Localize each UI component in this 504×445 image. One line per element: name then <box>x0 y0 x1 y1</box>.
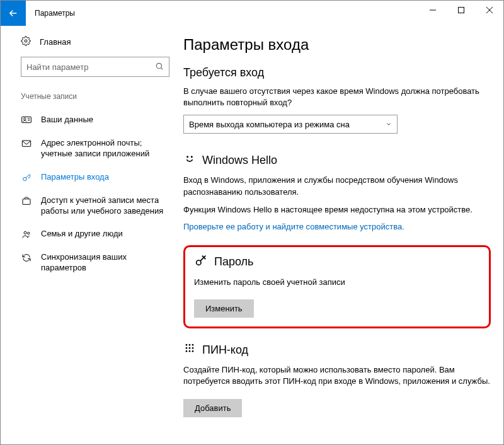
minimize-icon <box>430 7 436 13</box>
search-box[interactable] <box>21 57 169 77</box>
password-title: Пароль <box>214 255 253 269</box>
close-button[interactable] <box>475 1 503 20</box>
sidebar-item-signin-options[interactable]: Параметры входа <box>21 166 169 189</box>
arrow-left-icon <box>8 8 19 19</box>
titlebar: Параметры <box>1 1 503 26</box>
svg-point-12 <box>23 177 26 180</box>
back-button[interactable] <box>1 1 26 26</box>
main-content: Параметры входа Требуется вход В случае … <box>177 26 503 444</box>
nav-label: Ваши данные <box>41 115 93 125</box>
sidebar-item-family[interactable]: Семья и другие люди <box>21 222 169 246</box>
home-button[interactable]: Главная <box>21 36 169 48</box>
svg-point-18 <box>197 260 201 265</box>
nav-label: Параметры входа <box>41 172 109 183</box>
pin-pad-icon <box>183 342 196 358</box>
svg-point-22 <box>186 347 188 349</box>
category-label: Учетные записи <box>21 92 169 101</box>
sidebar-item-email[interactable]: Адрес электронной почты; учетные записи … <box>21 132 169 166</box>
hello-title: Windows Hello <box>202 154 277 167</box>
pin-section: ПИН-код Создайте ПИН-код, который можно … <box>183 342 491 417</box>
maximize-button[interactable] <box>447 1 475 20</box>
sync-icon <box>21 253 32 263</box>
page-title: Параметры входа <box>183 36 491 54</box>
svg-point-25 <box>186 350 188 352</box>
sidebar-item-your-info[interactable]: Ваши данные <box>21 108 169 132</box>
add-pin-button[interactable]: Добавить <box>183 399 242 417</box>
gear-icon <box>21 36 31 48</box>
people-icon <box>21 229 32 240</box>
sidebar-item-work-access[interactable]: Доступ к учетной записи места работы или… <box>21 189 169 223</box>
nav-label: Семья и другие люди <box>41 229 123 240</box>
require-signin-desc: В случае вашего отсутствия через какое в… <box>183 86 491 108</box>
svg-rect-13 <box>23 199 30 204</box>
pin-desc: Создайте ПИН-код, который можно использо… <box>183 364 491 387</box>
search-icon <box>155 62 164 72</box>
svg-point-21 <box>192 344 194 346</box>
sidebar: Главная Учетные записи Ваши данные Адрес… <box>1 26 177 444</box>
window-controls <box>418 1 503 20</box>
nav-label: Адрес электронной почты; учетные записи … <box>41 138 169 159</box>
svg-point-19 <box>186 344 188 346</box>
require-signin-dropdown[interactable]: Время выхода компьютера из режима сна <box>183 115 398 134</box>
pin-title: ПИН-код <box>202 344 248 357</box>
hello-desc1: Вход в Windows, приложения и службы поср… <box>183 175 491 197</box>
svg-point-16 <box>186 156 188 158</box>
hello-link[interactable]: Проверьте ее работу и найдите совместимы… <box>183 222 491 231</box>
svg-point-27 <box>192 350 194 352</box>
hello-desc2: Функция Windows Hello в настоящее время … <box>183 204 491 216</box>
close-icon <box>486 7 493 13</box>
search-input[interactable] <box>26 62 155 72</box>
svg-point-8 <box>24 118 26 120</box>
svg-point-26 <box>189 350 191 352</box>
nav-label: Доступ к учетной записи места работы или… <box>41 195 169 217</box>
svg-point-17 <box>191 156 193 158</box>
svg-point-4 <box>25 40 27 42</box>
svg-rect-1 <box>458 8 464 13</box>
dropdown-selected: Время выхода компьютера из режима сна <box>189 120 350 129</box>
change-password-button[interactable]: Изменить <box>194 299 254 318</box>
hello-section: Windows Hello Вход в Windows, приложения… <box>183 153 491 231</box>
svg-point-14 <box>24 232 26 234</box>
svg-point-15 <box>28 233 30 234</box>
svg-line-6 <box>161 67 163 69</box>
sidebar-item-sync[interactable]: Синхронизация ваших параметров <box>21 246 169 280</box>
nav-label: Синхронизация ваших параметров <box>41 252 169 274</box>
window-title: Параметры <box>35 9 75 18</box>
person-card-icon <box>21 115 32 124</box>
password-section-highlight: Пароль Изменить пароль своей учетной зап… <box>183 245 491 328</box>
password-desc: Изменить пароль своей учетной записи <box>194 277 480 288</box>
key-icon <box>194 253 208 270</box>
svg-point-5 <box>156 63 161 68</box>
home-label: Главная <box>40 37 71 47</box>
maximize-icon <box>458 7 464 13</box>
chevron-down-icon <box>386 120 392 129</box>
briefcase-icon <box>21 196 32 206</box>
require-signin-title: Требуется вход <box>183 66 491 79</box>
smile-icon <box>183 153 196 168</box>
key-icon <box>21 173 32 183</box>
svg-point-23 <box>189 347 191 349</box>
svg-point-24 <box>192 347 194 349</box>
svg-rect-11 <box>22 141 30 146</box>
mail-icon <box>21 139 32 147</box>
svg-point-20 <box>189 344 191 346</box>
minimize-button[interactable] <box>418 1 447 20</box>
